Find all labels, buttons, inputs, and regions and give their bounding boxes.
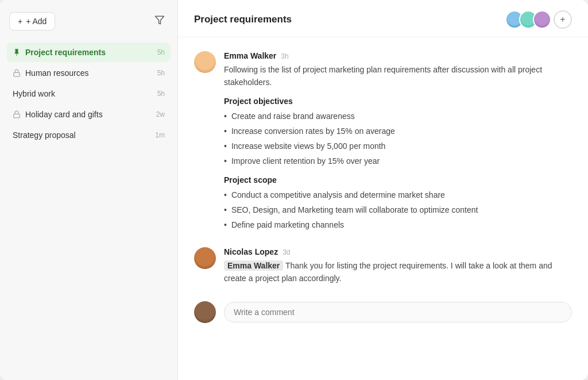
comment-time: 3h xyxy=(281,52,288,60)
comment-author: Nicolas Lopez xyxy=(224,247,278,256)
svg-marker-0 xyxy=(156,16,164,24)
sidebar-header: + + Add xyxy=(7,11,171,31)
avatar-3 xyxy=(533,10,551,29)
section-objectives: Project objectives Create and raise bran… xyxy=(224,97,572,167)
comment-text-nicolas: Emma Walker Thank you for listing the pr… xyxy=(224,260,572,285)
comment-header-nicolas: Nicolas Lopez 3d xyxy=(224,247,572,256)
list-item: Increase conversion rates by 15% on aver… xyxy=(224,125,572,137)
objectives-list: Create and raise brand awareness Increas… xyxy=(224,110,572,167)
sidebar: + + Add Project requirements 5h xyxy=(0,0,178,380)
comment-header-emma: Emma Walker 3h xyxy=(224,51,572,60)
comment-input[interactable] xyxy=(224,302,572,323)
sidebar-item-label: Human resources xyxy=(25,68,153,78)
mention-tag: Emma Walker xyxy=(224,260,283,271)
sidebar-item-time: 1m xyxy=(155,131,165,139)
comment-intro: Following is the list of project marketi… xyxy=(224,64,572,89)
list-item: Define paid marketing channels xyxy=(224,219,572,231)
section-heading: Project scope xyxy=(224,175,572,185)
lock-icon xyxy=(13,69,21,77)
comment-emma: Emma Walker 3h Following is the list of … xyxy=(194,51,572,231)
comment-input-block xyxy=(194,301,572,323)
list-item: Conduct a competitive analysis and deter… xyxy=(224,189,572,201)
list-item: Increase website views by 5,000 per mont… xyxy=(224,140,572,152)
add-icon: + xyxy=(18,17,22,26)
list-item: Improve client retention by 15% over yea… xyxy=(224,155,572,167)
sidebar-item-label: Holiday card and gifts xyxy=(25,110,152,119)
svg-rect-1 xyxy=(14,72,20,76)
add-member-button[interactable]: + xyxy=(554,10,572,29)
sidebar-item-hybrid-work[interactable]: Hybrid work 5h xyxy=(7,84,171,103)
app-container: + + Add Project requirements 5h xyxy=(0,0,588,380)
sidebar-item-label: Strategy proposal xyxy=(13,130,150,140)
list-item: SEO, Design, and Marketing team will col… xyxy=(224,204,572,216)
sidebar-item-time: 5h xyxy=(157,90,165,98)
svg-rect-2 xyxy=(14,114,20,117)
main-header: Project requirements + xyxy=(178,0,588,37)
lock-icon xyxy=(13,110,21,118)
scope-list: Conduct a competitive analysis and deter… xyxy=(224,189,572,231)
sidebar-item-label: Hybrid work xyxy=(13,89,153,98)
pin-icon xyxy=(13,48,21,56)
comment-time: 3d xyxy=(283,248,290,256)
sidebar-item-project-requirements[interactable]: Project requirements 5h xyxy=(7,43,171,62)
section-scope: Project scope Conduct a competitive anal… xyxy=(224,175,572,231)
avatar-group: + xyxy=(505,10,572,29)
comment-body-nicolas: Nicolas Lopez 3d Emma Walker Thank you f… xyxy=(224,247,572,285)
comment-body-emma: Emma Walker 3h Following is the list of … xyxy=(224,51,572,231)
section-heading: Project objectives xyxy=(224,97,572,106)
sidebar-item-strategy-proposal[interactable]: Strategy proposal 1m xyxy=(7,125,171,145)
add-label: + Add xyxy=(26,17,47,26)
main-panel: Project requirements + Emma Walker 3h F xyxy=(178,0,588,380)
sidebar-item-label: Project requirements xyxy=(25,48,153,57)
avatar-self xyxy=(194,301,216,323)
avatar-nicolas xyxy=(194,247,216,269)
main-content: Emma Walker 3h Following is the list of … xyxy=(178,37,588,380)
sidebar-item-human-resources[interactable]: Human resources 5h xyxy=(7,63,171,83)
list-item: Create and raise brand awareness xyxy=(224,110,572,122)
add-button[interactable]: + + Add xyxy=(9,12,55,30)
sidebar-item-time: 5h xyxy=(157,69,165,77)
page-title: Project requirements xyxy=(194,14,292,25)
avatar-emma xyxy=(194,51,216,73)
comment-nicolas: Nicolas Lopez 3d Emma Walker Thank you f… xyxy=(194,247,572,285)
nav-items: Project requirements 5h Human resources … xyxy=(7,43,171,145)
comment-author: Emma Walker xyxy=(224,51,276,60)
sidebar-item-holiday-card[interactable]: Holiday card and gifts 2w xyxy=(7,105,171,124)
sidebar-item-time: 2w xyxy=(156,110,165,118)
sidebar-item-time: 5h xyxy=(157,48,165,56)
filter-icon[interactable] xyxy=(151,11,168,31)
